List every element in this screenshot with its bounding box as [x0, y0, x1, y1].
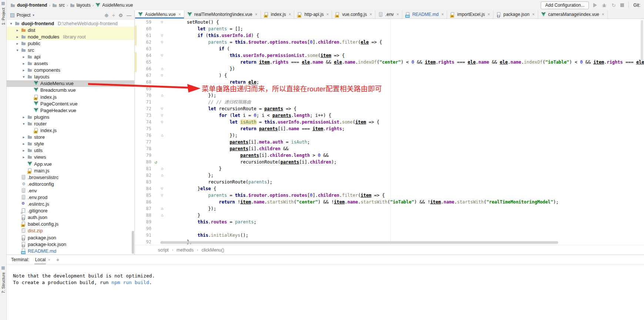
fold-marker[interactable]: ⌂ [159, 52, 165, 59]
fold-marker[interactable] [159, 99, 165, 105]
tree-row[interactable]: MDREADME.md [7, 247, 134, 254]
fold-marker[interactable] [159, 125, 165, 132]
breadcrumb-item[interactable]: clickMenu() [201, 247, 224, 253]
line-number[interactable]: 72 [137, 105, 153, 112]
tree-row[interactable]: {}package-lock.json [7, 241, 134, 247]
line-number[interactable]: 78 [137, 145, 153, 152]
project-panel-title[interactable]: Project ▾ [10, 13, 34, 18]
line-number[interactable]: 82 [137, 172, 153, 179]
editor-tab[interactable]: .env× [375, 10, 402, 18]
fold-marker[interactable]: ⌂ [159, 105, 165, 112]
tree-row[interactable]: PageHeader.vue [7, 107, 134, 114]
tree-row[interactable]: ▸components [7, 67, 134, 74]
line-number[interactable]: 68 [137, 79, 153, 85]
editor-tab[interactable]: JSindex.js× [261, 10, 295, 18]
fold-marker[interactable]: ⌂ [159, 112, 165, 119]
tree-row[interactable]: App.vue [7, 161, 134, 167]
editor-tab[interactable]: JShttp-api.js× [294, 10, 332, 18]
line-number[interactable]: 81 [137, 165, 153, 172]
line-number[interactable]: 69 [137, 85, 153, 92]
line-number[interactable]: 74 [137, 119, 153, 125]
breadcrumb-item[interactable]: src [52, 3, 65, 8]
tree-row[interactable]: .browserslistrc [7, 174, 134, 181]
tree-row[interactable]: {}auth.json [7, 214, 134, 221]
structure-tool-icon[interactable] [1, 266, 5, 270]
fold-marker[interactable]: ⌂ [159, 212, 165, 219]
tree-row[interactable]: JSbabel.config.js [7, 221, 134, 228]
fold-marker[interactable]: ⌂ [159, 65, 165, 72]
line-number[interactable]: 70 [137, 92, 153, 99]
tree-row[interactable]: ▸store [7, 134, 134, 141]
vertical-scrollbar[interactable] [641, 20, 643, 61]
project-tree[interactable]: ▾duoji-frontendD:\zheheWeb\duoji-fronten… [7, 20, 134, 255]
fold-marker[interactable] [159, 139, 165, 145]
tree-row[interactable]: ▸plugins [7, 114, 134, 120]
close-icon[interactable]: × [441, 12, 444, 17]
tree-row[interactable]: ▸dist [7, 27, 134, 33]
editor-tab[interactable]: realTimeMonitoring\index.vue× [184, 10, 261, 18]
line-number[interactable]: 87 [137, 205, 153, 212]
tree-row[interactable]: AsideMenu.vue [7, 80, 134, 87]
fold-marker[interactable] [159, 46, 165, 52]
project-tool-icon[interactable] [1, 2, 5, 5]
close-icon[interactable]: × [255, 12, 258, 17]
close-icon[interactable]: × [48, 257, 50, 262]
line-number[interactable]: 79 [137, 152, 153, 159]
fold-marker[interactable] [159, 159, 165, 165]
tree-row[interactable]: ▸public [7, 40, 134, 47]
close-icon[interactable]: × [487, 12, 490, 17]
close-icon[interactable]: × [532, 12, 535, 17]
new-terminal-icon[interactable]: + [56, 256, 60, 263]
line-number[interactable]: 65 [137, 59, 153, 65]
line-number[interactable]: 61 [137, 32, 153, 39]
rerun-icon[interactable]: ↻ [611, 3, 616, 8]
fold-marker[interactable]: ⌂ [159, 39, 165, 46]
editor-tab[interactable]: cameraManage\index.vue× [538, 10, 608, 18]
fold-marker[interactable] [159, 179, 165, 185]
line-number[interactable]: 75 [137, 125, 153, 132]
tree-row[interactable]: ▸assets [7, 60, 134, 67]
tree-row[interactable]: ⊘.gitignore [7, 208, 134, 214]
fold-marker[interactable]: ⌂ [159, 172, 165, 179]
line-number[interactable]: 85 [137, 192, 153, 199]
tree-row[interactable]: ▾duoji-frontendD:\zheheWeb\duoji-fronten… [7, 20, 134, 27]
tool-button-structure[interactable]: 7: Structure [1, 272, 6, 293]
editor-tab[interactable]: {}package.json× [493, 10, 538, 18]
fold-marker[interactable]: ⌂ [159, 19, 165, 26]
close-icon[interactable]: × [326, 12, 329, 17]
line-number[interactable]: 66 [137, 65, 153, 72]
fold-marker[interactable]: ⌂ [159, 92, 165, 99]
settings-icon[interactable]: ⚙ [118, 13, 123, 18]
fold-marker[interactable] [159, 225, 165, 232]
line-number[interactable]: 91 [137, 232, 153, 239]
tree-row[interactable]: PageContent.vue [7, 100, 134, 107]
tree-row[interactable]: ▸node_moduleslibrary root [7, 33, 134, 40]
line-number[interactable]: 62 [137, 39, 153, 46]
breadcrumb-item[interactable]: layouts [70, 3, 91, 8]
editor-tab[interactable]: JSvue.config.js× [332, 10, 375, 18]
tool-button-project[interactable]: 1: Project [1, 8, 6, 25]
line-number[interactable]: 84 [137, 185, 153, 192]
fold-marker[interactable] [159, 85, 165, 92]
tree-row[interactable]: ▸views [7, 154, 134, 161]
line-number[interactable]: 63 [137, 46, 153, 52]
tree-row[interactable]: ▾src [7, 47, 134, 53]
fold-marker[interactable]: ⌂ [159, 119, 165, 125]
fold-marker[interactable] [159, 59, 165, 65]
breadcrumb-item[interactable]: duoji-frontend [10, 3, 47, 8]
collapse-all-icon[interactable]: ÷ [112, 13, 115, 18]
project-tree-scrollbar[interactable] [132, 231, 134, 254]
line-number[interactable]: 88 [137, 212, 153, 219]
line-number[interactable]: 89 [137, 219, 153, 225]
line-number[interactable]: 59 [137, 19, 153, 26]
line-number[interactable]: 92 [137, 239, 153, 245]
tree-row[interactable]: Breadcrumb.vue [7, 87, 134, 94]
line-number[interactable]: 77 [137, 139, 153, 145]
tree-row[interactable]: ⚙.editorconfig [7, 181, 134, 187]
line-number[interactable]: 76 [137, 132, 153, 139]
terminal-output[interactable]: Note that the development build is not o… [7, 265, 644, 286]
line-number[interactable]: 90 [137, 225, 153, 232]
editor-tab[interactable]: JSimportExcel.js× [447, 10, 493, 18]
tree-row[interactable]: ▾layouts [7, 74, 134, 80]
editor-tab[interactable]: MDREADME.md× [402, 10, 447, 18]
